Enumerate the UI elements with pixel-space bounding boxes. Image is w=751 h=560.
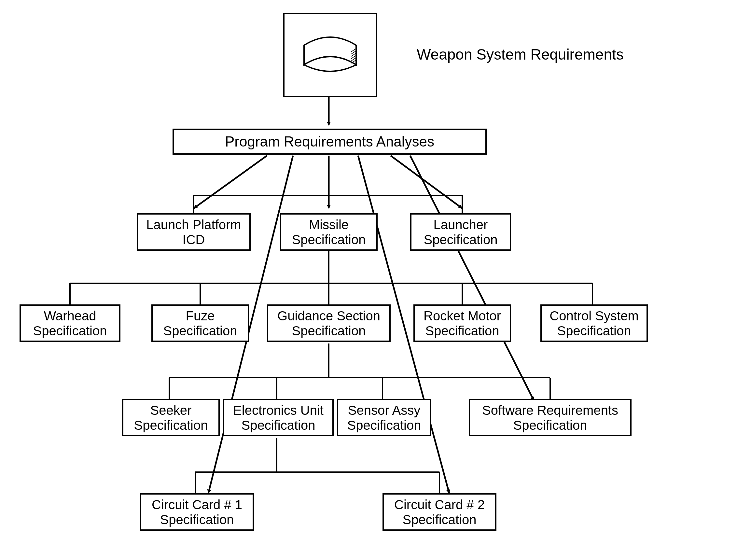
rocket-motor-spec-box: Rocket MotorSpecification bbox=[413, 304, 511, 342]
circuit-card-1-box: Circuit Card # 1Specification bbox=[140, 493, 254, 531]
control-system-spec-box: Control SystemSpecification bbox=[541, 304, 648, 342]
launcher-spec-box: LauncherSpecification bbox=[410, 213, 511, 251]
svg-line-6 bbox=[410, 156, 534, 400]
seeker-spec-box: SeekerSpecification bbox=[122, 399, 220, 436]
launch-platform-box: Launch PlatformICD bbox=[137, 213, 251, 251]
diagram-title: Weapon System Requirements bbox=[417, 45, 624, 63]
electronics-spec-box: Electronics UnitSpecification bbox=[223, 399, 334, 436]
circuit-card-2-box: Circuit Card # 2Specification bbox=[383, 493, 496, 531]
warhead-spec-box: WarheadSpecification bbox=[20, 304, 120, 342]
svg-line-1 bbox=[194, 156, 267, 208]
book-icon bbox=[294, 26, 366, 84]
program-requirements-box: Program Requirements Analyses bbox=[172, 128, 487, 155]
fuze-spec-box: FuzeSpecification bbox=[151, 304, 249, 342]
diagram-canvas: Weapon System Requirements Program Requi… bbox=[0, 0, 751, 560]
svg-line-3 bbox=[391, 156, 462, 208]
book-icon-box bbox=[283, 13, 377, 97]
missile-spec-box: MissileSpecification bbox=[280, 213, 378, 251]
guidance-spec-box: Guidance SectionSpecification bbox=[267, 304, 391, 342]
sensor-spec-box: Sensor AssySpecification bbox=[337, 399, 431, 436]
software-req-spec-box: Software RequirementsSpecification bbox=[469, 399, 631, 436]
